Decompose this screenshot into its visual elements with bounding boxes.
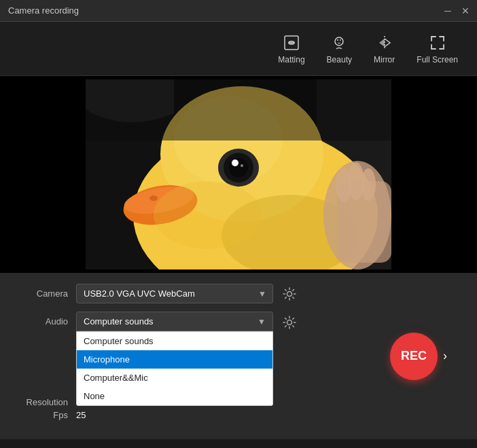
beauty-label: Beauty [327,55,352,64]
svg-point-17 [229,158,248,177]
camera-select[interactable]: USB2.0 VGA UVC WebCam [76,284,273,303]
title-bar-controls: ─ ✕ [442,5,472,17]
duck-image [86,79,391,269]
window-title: Camera recording [8,5,79,16]
audio-option-computer-and-mic[interactable]: Computer&&Mic [77,369,272,387]
toolbar-matting[interactable]: Matting [270,28,313,70]
matting-label: Matting [278,55,304,64]
toolbar-beauty[interactable]: Beauty [319,28,360,70]
rec-dropdown-arrow[interactable]: › [440,346,450,366]
controls-area: Camera USB2.0 VGA UVC WebCam ▼ Audio [0,273,477,439]
mirror-icon [375,33,394,52]
rec-button[interactable]: REC [390,333,438,380]
fps-value: 25 [76,410,86,420]
resolution-label: Resolution [14,397,68,407]
toolbar: Matting Beauty Mirror [0,22,477,76]
svg-point-4 [340,39,341,41]
audio-label: Audio [14,316,68,326]
audio-option-computer-sounds[interactable]: Computer sounds [77,332,272,350]
audio-option-none[interactable]: None [77,387,272,405]
svg-point-14 [149,195,158,201]
svg-point-2 [335,37,343,45]
svg-point-26 [361,168,376,201]
camera-select-wrap: USB2.0 VGA UVC WebCam ▼ [76,284,273,303]
audio-select-display[interactable]: Computer sounds ▼ [76,312,273,331]
camera-preview [0,76,477,273]
fps-label: Fps [14,410,68,420]
matting-icon [282,33,301,52]
svg-point-21 [154,181,262,249]
svg-point-19 [241,164,243,167]
audio-dropdown-arrow-icon: ▼ [258,317,266,326]
audio-settings-button[interactable] [280,313,299,332]
audio-select-wrap: Computer sounds ▼ Computer sounds Microp… [76,312,273,331]
fullscreen-label: Full Screen [417,55,458,64]
fullscreen-icon [428,33,447,52]
camera-settings-button[interactable] [280,284,299,303]
svg-point-18 [232,160,238,166]
toolbar-mirror[interactable]: Mirror [366,28,403,70]
minimize-button[interactable]: ─ [442,5,454,17]
audio-current-value: Computer sounds [84,316,258,326]
audio-row: Audio Computer sounds ▼ Computer sounds … [14,312,463,332]
audio-option-microphone[interactable]: Microphone [77,350,272,369]
audio-dropdown: Computer sounds Microphone Computer&&Mic… [76,331,273,406]
beauty-icon [330,33,349,52]
mirror-label: Mirror [374,55,395,64]
svg-point-3 [337,39,338,41]
svg-point-1 [289,41,294,45]
svg-point-29 [287,320,292,325]
fps-row: Fps 25 [14,410,463,420]
close-button[interactable]: ✕ [459,5,472,17]
rec-button-area: REC › [390,333,450,380]
camera-label: Camera [14,288,68,299]
toolbar-fullscreen[interactable]: Full Screen [408,28,466,70]
title-bar: Camera recording ─ ✕ [0,0,477,22]
svg-point-28 [287,291,292,296]
camera-row: Camera USB2.0 VGA UVC WebCam ▼ [14,284,463,303]
